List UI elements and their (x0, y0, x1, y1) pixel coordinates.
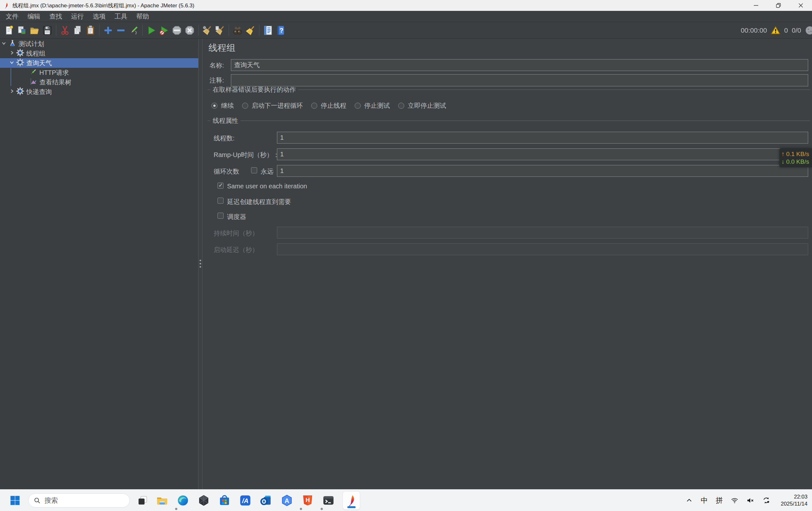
tree-item-query-weather[interactable]: 查询天气 (0, 58, 198, 68)
dark-gem-app-icon[interactable] (197, 491, 210, 509)
radio-start-next-loop[interactable]: 启动下一进程循环 (242, 101, 303, 110)
function-helper-icon[interactable] (262, 24, 274, 37)
menu-run[interactable]: 运行 (66, 12, 88, 21)
loop-forever-checkbox[interactable] (251, 167, 257, 173)
search-icon[interactable] (231, 24, 244, 37)
error-action-options: 继续 启动下一进程循环 停止线程 停止测试 立即停止测试 (211, 101, 446, 110)
edge-browser-icon[interactable] (176, 491, 190, 509)
hex-a-app-icon[interactable]: A (280, 491, 294, 509)
delay-thread-creation-checkbox[interactable] (218, 198, 224, 204)
http-sampler-icon (29, 68, 37, 77)
taskbar-search[interactable]: 搜索 (28, 493, 130, 508)
cut-icon[interactable] (59, 24, 71, 37)
radio-stop-thread[interactable]: 停止线程 (311, 101, 346, 110)
start-button[interactable] (9, 494, 21, 507)
chevron-right-icon[interactable] (9, 89, 14, 95)
toggle-icon[interactable] (127, 24, 140, 37)
shutdown-icon[interactable] (183, 24, 196, 37)
same-user-checkbox[interactable] (218, 183, 224, 189)
terminal-icon[interactable] (322, 491, 335, 509)
volume-muted-icon[interactable] (747, 497, 754, 504)
radio-selected-icon[interactable] (211, 103, 218, 109)
test-plan-tree: 测试计划 线程组 查询天气 HTTP请求 查看结果树 (0, 39, 198, 489)
scheduler-label: 调度器 (227, 213, 246, 221)
outlook-icon[interactable] (259, 491, 273, 509)
open-file-icon[interactable] (28, 24, 41, 37)
name-input[interactable] (231, 59, 808, 71)
wifi-icon[interactable] (731, 497, 738, 504)
minimize-button[interactable] (745, 0, 767, 11)
tree-item-view-results-tree[interactable]: 查看结果树 (0, 78, 198, 87)
a-slash-app-icon[interactable]: /A (239, 491, 252, 509)
radio-icon[interactable] (311, 103, 317, 109)
microsoft-store-icon[interactable] (218, 491, 231, 509)
log-warning-icon[interactable] (771, 26, 780, 35)
menu-tools[interactable]: 工具 (110, 12, 132, 21)
menu-edit[interactable]: 编辑 (23, 12, 45, 21)
radio-continue[interactable]: 继续 (211, 101, 234, 110)
page-title: 线程组 (208, 42, 235, 54)
jmeter-feather-icon (3, 2, 9, 9)
threads-input[interactable] (277, 132, 808, 144)
menu-help[interactable]: 帮助 (132, 12, 153, 21)
paste-icon[interactable] (84, 24, 97, 37)
startup-delay-label: 启动延迟（秒） (214, 246, 258, 254)
loop-count-input[interactable] (277, 165, 808, 177)
templates-icon[interactable] (16, 24, 28, 37)
start-icon[interactable] (145, 24, 158, 37)
close-button[interactable] (790, 0, 812, 11)
splitter-drag-handle-icon[interactable] (200, 260, 201, 268)
collapse-all-icon[interactable] (115, 24, 127, 37)
search-reset-icon[interactable] (244, 24, 257, 37)
tree-item-http-request[interactable]: HTTP请求 (0, 68, 198, 78)
html5-app-icon[interactable]: H (301, 491, 314, 509)
tree-item-test-plan[interactable]: 测试计划 (0, 39, 198, 49)
menu-search[interactable]: 查找 (45, 12, 66, 21)
clear-all-icon[interactable] (214, 24, 226, 37)
menu-file[interactable]: 文件 (1, 12, 23, 21)
jmeter-taskbar-active[interactable] (343, 491, 360, 510)
test-plan-flask-icon (9, 39, 16, 48)
elapsed-time: 00:00:00 (741, 27, 767, 34)
expand-all-icon[interactable] (102, 24, 115, 37)
running-indicator (175, 508, 177, 510)
windows-taskbar: 搜索 /A A H (0, 489, 812, 511)
clear-icon[interactable] (201, 24, 214, 37)
chevron-down-icon[interactable] (9, 60, 14, 66)
radio-stop-test[interactable]: 停止测试 (355, 101, 390, 110)
sync-heart-icon[interactable] (762, 496, 771, 505)
file-explorer-icon[interactable] (155, 491, 169, 509)
taskbar-clock[interactable]: 22:03 2025/11/14 (781, 493, 808, 508)
maximize-button[interactable] (767, 0, 790, 11)
chevron-right-icon[interactable] (9, 51, 14, 56)
toolbar-status: 00:00:00 0 0/0 (741, 22, 810, 39)
rampup-input[interactable] (277, 148, 808, 160)
copy-icon[interactable] (71, 24, 84, 37)
task-view-button[interactable] (137, 495, 148, 506)
radio-stop-test-now[interactable]: 立即停止测试 (398, 101, 446, 110)
toolbar-separator (99, 25, 99, 36)
help-icon[interactable]: ? (274, 24, 287, 37)
system-tray: 中 拼 (686, 489, 771, 511)
save-icon[interactable] (41, 24, 54, 37)
menu-options[interactable]: 选项 (88, 12, 110, 21)
tree-item-express-query[interactable]: 快递查询 (0, 87, 198, 97)
new-file-icon[interactable] (3, 24, 16, 37)
scheduler-checkbox[interactable] (218, 213, 224, 219)
tree-item-thread-group[interactable]: 线程组 (0, 49, 198, 58)
panel-splitter[interactable] (198, 39, 199, 489)
ime-language-indicator[interactable]: 中 (701, 495, 708, 505)
start-no-pauses-icon[interactable] (158, 24, 170, 37)
hidden-icons-chevron[interactable] (686, 497, 693, 504)
chevron-down-icon[interactable] (2, 41, 6, 47)
thread-group-gear-icon (16, 87, 24, 97)
warning-count: 0 (784, 27, 788, 34)
stop-icon[interactable] (170, 24, 183, 37)
radio-icon[interactable] (398, 103, 404, 109)
comment-input[interactable] (231, 74, 808, 86)
svg-text:?: ? (280, 27, 283, 34)
radio-icon[interactable] (242, 103, 248, 109)
search-icon (34, 497, 40, 504)
ime-pinyin-indicator[interactable]: 拼 (716, 495, 723, 505)
radio-icon[interactable] (355, 103, 361, 109)
